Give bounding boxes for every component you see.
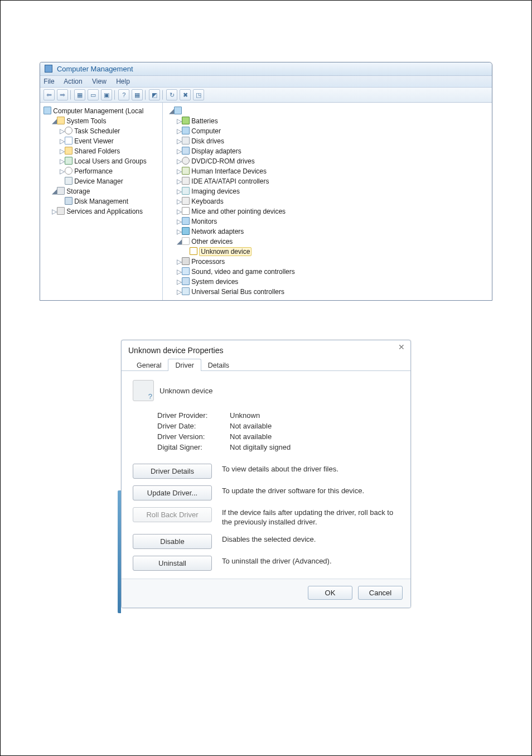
cancel-button[interactable]: Cancel <box>358 586 403 600</box>
value-date: Not available <box>230 422 272 430</box>
tree-task-scheduler[interactable]: ▷Task Scheduler <box>43 126 161 136</box>
uninstall-button[interactable]: Uninstall <box>133 556 212 571</box>
right-pane: ◢ ▷Batteries ▷Computer ▷Disk drives ▷Dis… <box>163 103 491 300</box>
device-mice[interactable]: ▷Mice and other pointing devices <box>168 206 488 216</box>
update-driver-button[interactable]: Update Driver... <box>133 485 212 500</box>
menu-file[interactable]: File <box>43 78 54 85</box>
label-date: Driver Date: <box>157 422 230 430</box>
tool-icon[interactable]: ▦ <box>74 89 85 100</box>
tool-icon[interactable]: ▦ <box>132 89 143 100</box>
tab-general[interactable]: General <box>129 359 168 371</box>
computer-icon <box>43 107 51 114</box>
disk-icon <box>65 197 72 205</box>
forward-button[interactable]: ➡ <box>57 89 68 100</box>
tree-system-tools[interactable]: ◢System Tools <box>43 116 161 126</box>
controller-icon <box>182 177 190 185</box>
tree-performance[interactable]: ▷Performance <box>43 166 161 176</box>
tree-local-users[interactable]: ▷Local Users and Groups <box>43 156 161 166</box>
device-imaging[interactable]: ▷Imaging devices <box>168 186 488 196</box>
device-system[interactable]: ▷System devices <box>168 277 488 287</box>
folder-icon <box>65 147 72 155</box>
device-root[interactable]: ◢ <box>168 106 488 116</box>
network-icon <box>182 227 190 235</box>
device-icon <box>133 380 154 401</box>
other-icon <box>182 237 190 245</box>
device-batteries[interactable]: ▷Batteries <box>168 116 488 126</box>
disable-desc: Disables the selected device. <box>222 534 399 545</box>
display-icon <box>182 147 190 155</box>
tree-device-manager[interactable]: Device Manager <box>43 176 161 186</box>
device-other[interactable]: ◢Other devices <box>168 237 488 247</box>
device-ide[interactable]: ▷IDE ATA/ATAPI controllers <box>168 176 488 186</box>
tree-root[interactable]: Computer Management (Local <box>43 106 161 116</box>
disk-icon <box>182 137 190 145</box>
tree-event-viewer[interactable]: ▷Event Viewer <box>43 136 161 146</box>
window-titlebar[interactable]: Computer Management <box>40 62 491 76</box>
performance-icon <box>65 167 72 175</box>
computer-icon <box>182 127 190 134</box>
rollback-driver-button: Roll Back Driver <box>133 507 212 522</box>
properties-dialog: Unknown device Properties ✕ General Driv… <box>121 340 411 608</box>
value-signer: Not digitally signed <box>230 443 291 451</box>
tree-storage[interactable]: ◢Storage <box>43 186 161 196</box>
disc-icon <box>182 157 190 165</box>
document-page: Computer Management File Action View Hel… <box>0 0 532 756</box>
tab-details[interactable]: Details <box>201 359 236 371</box>
tree-disk-management[interactable]: Disk Management <box>43 196 161 206</box>
disable-button[interactable]: Disable <box>133 534 212 549</box>
help-button[interactable]: ? <box>118 89 129 100</box>
folder-icon <box>57 117 65 124</box>
toolbar-separator <box>162 90 164 100</box>
refresh-button[interactable]: ↻ <box>166 89 177 100</box>
mouse-icon <box>182 207 190 215</box>
device-usb[interactable]: ▷Universal Serial Bus controllers <box>168 287 488 297</box>
hid-icon <box>182 167 190 175</box>
device-sound[interactable]: ▷Sound, video and game controllers <box>168 267 488 277</box>
driver-details-desc: To view details about the driver files. <box>222 464 399 474</box>
device-dvd[interactable]: ▷DVD/CD-ROM drives <box>168 156 488 166</box>
tab-row: General Driver Details <box>122 358 410 371</box>
tool-icon[interactable]: ▭ <box>88 89 99 100</box>
label-version: Driver Version: <box>157 432 230 441</box>
menu-view[interactable]: View <box>92 78 107 85</box>
tree-services[interactable]: ▷Services and Applications <box>43 206 161 216</box>
device-unknown[interactable]: Unknown device <box>168 247 488 257</box>
battery-icon <box>182 117 190 124</box>
menu-help[interactable]: Help <box>116 78 130 85</box>
device-manager-icon <box>65 177 72 185</box>
device-keyboards[interactable]: ▷Keyboards <box>168 196 488 206</box>
dialog-titlebar[interactable]: Unknown device Properties ✕ <box>122 340 410 358</box>
usb-icon <box>182 287 190 295</box>
decorative-edge <box>118 490 121 613</box>
back-button[interactable]: ⬅ <box>43 89 55 100</box>
tree-shared-folders[interactable]: ▷Shared Folders <box>43 146 161 156</box>
uninstall-desc: To uninstall the driver (Advanced). <box>222 556 399 566</box>
device-network[interactable]: ▷Network adapters <box>168 227 488 237</box>
users-icon <box>65 157 72 165</box>
tool-icon[interactable]: ◳ <box>193 89 204 100</box>
close-icon[interactable]: ✕ <box>398 343 405 351</box>
tab-driver[interactable]: Driver <box>168 359 201 371</box>
device-disk-drives[interactable]: ▷Disk drives <box>168 136 488 146</box>
device-display[interactable]: ▷Display adapters <box>168 146 488 156</box>
services-icon <box>57 207 65 215</box>
update-driver-desc: To update the driver software for this d… <box>222 485 399 496</box>
device-monitors[interactable]: ▷Monitors <box>168 216 488 227</box>
tool-icon[interactable]: ✖ <box>180 89 191 100</box>
device-processors[interactable]: ▷Processors <box>168 257 488 267</box>
label-signer: Digital Signer: <box>157 443 230 451</box>
value-version: Not available <box>230 432 272 441</box>
left-pane: Computer Management (Local ◢System Tools… <box>40 103 163 300</box>
value-provider: Unknown <box>230 411 260 420</box>
menu-action[interactable]: Action <box>64 78 82 85</box>
device-computer[interactable]: ▷Computer <box>168 126 488 136</box>
tool-icon[interactable]: ▣ <box>101 89 112 100</box>
toolbar-separator <box>145 90 147 100</box>
ok-button[interactable]: OK <box>308 586 352 600</box>
tool-icon[interactable]: ◩ <box>149 89 160 100</box>
driver-details-button[interactable]: Driver Details <box>133 464 212 479</box>
rollback-driver-desc: If the device fails after updating the d… <box>222 507 399 527</box>
device-hid[interactable]: ▷Human Interface Devices <box>168 166 488 176</box>
system-icon <box>182 277 190 285</box>
app-icon <box>45 65 52 73</box>
